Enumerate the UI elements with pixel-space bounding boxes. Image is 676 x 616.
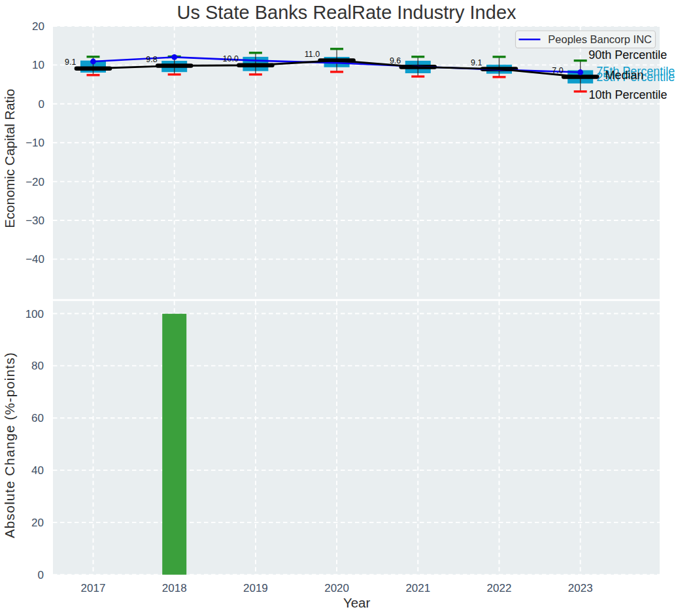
svg-text:2022: 2022 bbox=[487, 582, 512, 594]
svg-text:20: 20 bbox=[32, 20, 44, 33]
svg-text:60: 60 bbox=[31, 412, 44, 424]
svg-text:Absolute Change (%-points): Absolute Change (%-points) bbox=[2, 352, 17, 538]
svg-text:2019: 2019 bbox=[243, 582, 268, 594]
svg-text:Peoples Bancorp INC: Peoples Bancorp INC bbox=[548, 33, 652, 45]
svg-text:7.0: 7.0 bbox=[552, 66, 563, 75]
svg-text:−20: −20 bbox=[25, 176, 44, 188]
svg-text:0: 0 bbox=[39, 98, 44, 111]
svg-text:11.0: 11.0 bbox=[305, 50, 320, 59]
svg-text:80: 80 bbox=[31, 360, 44, 372]
svg-text:Us State Banks RealRate Indust: Us State Banks RealRate Industry Index bbox=[177, 2, 516, 23]
svg-text:2017: 2017 bbox=[81, 582, 106, 594]
svg-text:9.1: 9.1 bbox=[471, 58, 482, 67]
svg-text:Year: Year bbox=[343, 595, 371, 610]
svg-text:Median: Median bbox=[605, 69, 644, 82]
svg-text:10.0: 10.0 bbox=[223, 54, 239, 63]
svg-text:90th Percentile: 90th Percentile bbox=[588, 48, 667, 61]
svg-text:−30: −30 bbox=[25, 214, 44, 227]
svg-text:−40: −40 bbox=[25, 253, 44, 265]
svg-text:9.6: 9.6 bbox=[390, 56, 401, 65]
svg-text:20: 20 bbox=[31, 517, 44, 529]
svg-text:Economic Capital Ratio: Economic Capital Ratio bbox=[2, 89, 17, 228]
svg-text:2021: 2021 bbox=[405, 582, 430, 594]
svg-text:40: 40 bbox=[31, 464, 44, 477]
svg-text:2020: 2020 bbox=[324, 582, 349, 594]
svg-text:9.1: 9.1 bbox=[65, 58, 76, 67]
svg-text:2018: 2018 bbox=[162, 582, 187, 594]
svg-text:10: 10 bbox=[32, 59, 44, 71]
svg-text:2023: 2023 bbox=[568, 582, 593, 594]
svg-text:100: 100 bbox=[25, 308, 44, 320]
svg-text:9.8: 9.8 bbox=[146, 55, 157, 64]
svg-text:10th Percentile: 10th Percentile bbox=[588, 88, 667, 101]
svg-text:0: 0 bbox=[38, 569, 44, 581]
svg-text:−10: −10 bbox=[25, 137, 44, 149]
